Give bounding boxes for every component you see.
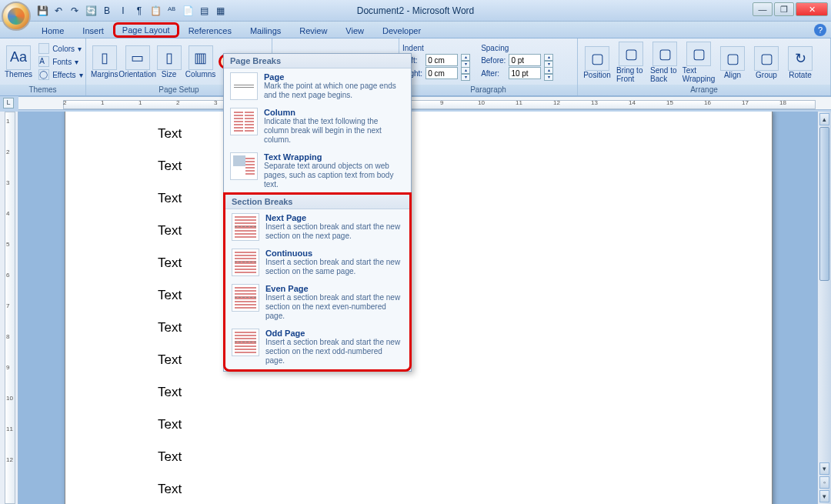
spinner[interactable]: ▴▾ [544,54,553,66]
window-title: Document2 - Microsoft Word [357,5,475,16]
qat-button-1[interactable]: ↶ [52,4,65,18]
qat-button-9[interactable]: 📄 [181,4,195,18]
qat-button-4[interactable]: B [100,4,114,18]
size-button[interactable]: ▯Size [155,44,183,80]
spacing-before-input[interactable] [509,54,541,66]
breaks-dropdown: Page Breaks PageMark the point at which … [223,53,412,372]
align-button[interactable]: ▢Align [716,45,749,81]
orientation-button[interactable]: ▭Orientation [122,44,154,80]
next-page-button[interactable]: ▾ [819,490,829,502]
qat-button-5[interactable]: I [116,4,130,18]
page-breaks-header: Page Breaks [224,54,411,68]
document-text-line[interactable]: Text [158,385,679,400]
close-button[interactable]: ✕ [796,2,828,16]
qat-button-11[interactable]: ▦ [213,4,227,18]
spinner[interactable]: ▴▾ [544,67,553,79]
columns-button[interactable]: ▥Columns [185,44,217,80]
bring-front-button[interactable]: ▢Bring to Front [615,40,647,85]
help-icon[interactable]: ? [814,24,826,36]
themes-button[interactable]: AaThemes [3,44,34,80]
tab-page-layout[interactable]: Page Layout [113,22,179,38]
window-controls: — ❐ ✕ [753,2,828,16]
section-breaks-header: Section Breaks [225,195,409,209]
rotate-button[interactable]: ↻Rotate [784,45,816,81]
qat-button-8[interactable]: ᴬᴮ [165,4,179,18]
spacing-before-label: Before: [481,56,506,65]
break-icon [230,108,258,135]
section-break-icon [232,284,259,312]
document-text-line[interactable]: Text [158,449,679,465]
ribbon: AaThemes Colors ▾ AFonts ▾ ◯Effects ▾ Th… [0,38,831,96]
group-arrange: ▢Position ▢Bring to Front ▢Send to Back … [578,38,831,95]
tab-selector[interactable]: L [3,98,14,108]
vertical-ruler[interactable]: 123456789101112 [0,112,18,504]
spinner[interactable]: ▴▾ [461,67,470,79]
tab-insert[interactable]: Insert [73,24,113,38]
horizontal-ruler[interactable]: 21123456789101112131415161718 [18,96,831,110]
prev-page-button[interactable]: ◦ [819,476,829,489]
group-button[interactable]: ▢Group [750,45,783,81]
section-break-icon [232,329,259,356]
fonts-button[interactable]: AFonts ▾ [35,55,85,68]
document-text-line[interactable]: Text [158,482,679,497]
qat-button-10[interactable]: ▤ [197,4,211,18]
vertical-scrollbar[interactable]: ▴ ▾ ◦ ▾ [817,112,831,504]
titlebar: 💾↶↷🔄BI¶📋ᴬᴮ📄▤▦ Document2 - Microsoft Word… [0,0,831,22]
break-option-column[interactable]: ColumnIndicate that the text following t… [224,104,411,149]
scroll-down-arrow[interactable]: ▾ [819,462,829,475]
spacing-after-input[interactable] [509,67,541,79]
break-option-text-wrapping[interactable]: Text WrappingSeparate text around object… [224,149,411,193]
send-back-button[interactable]: ▢Send to Back [649,40,681,85]
minimize-button[interactable]: — [753,2,773,16]
office-button[interactable] [2,2,31,31]
break-icon [230,152,258,180]
quick-access-toolbar: 💾↶↷🔄BI¶📋ᴬᴮ📄▤▦ [35,4,227,18]
qat-button-6[interactable]: ¶ [132,4,146,18]
section-break-option-odd-page[interactable]: Odd PageInsert a section break and start… [225,325,409,369]
tab-mailings[interactable]: Mailings [241,24,290,38]
group-themes: AaThemes Colors ▾ AFonts ▾ ◯Effects ▾ Th… [0,38,86,95]
section-break-option-continuous[interactable]: ContinuousInsert a section break and sta… [225,245,409,280]
tab-references[interactable]: References [179,24,241,38]
document-text-line[interactable]: Text [158,417,679,432]
section-break-icon [232,249,259,276]
scroll-thumb[interactable] [819,127,829,281]
maximize-button[interactable]: ❐ [774,2,794,16]
scroll-up-arrow[interactable]: ▴ [819,113,829,125]
tab-developer[interactable]: Developer [373,24,430,38]
effects-button[interactable]: ◯Effects ▾ [35,68,85,81]
break-icon [230,72,258,100]
indent-right-input[interactable] [426,67,458,79]
group-paragraph: Indent Left:▴▾ Right:▴▾ Spacing Before:▴… [399,38,578,95]
tab-home[interactable]: Home [32,24,73,38]
qat-button-0[interactable]: 💾 [35,4,49,18]
indent-left-input[interactable] [426,54,458,66]
spacing-after-label: After: [481,69,506,78]
tab-view[interactable]: View [336,24,373,38]
qat-button-7[interactable]: 📋 [149,4,162,18]
text-wrapping-button[interactable]: ▢Text Wrapping [682,40,715,85]
section-break-option-even-page[interactable]: Even PageInsert a section break and star… [225,280,409,325]
spinner[interactable]: ▴▾ [461,54,470,66]
qat-button-3[interactable]: 🔄 [84,4,98,18]
work-area: 123456789101112 TextTextTextTextTextText… [0,112,831,504]
tab-review[interactable]: Review [290,24,336,38]
page[interactable]: TextTextTextTextTextTextTextTextTextText… [65,112,773,504]
spacing-title: Spacing [481,44,553,52]
indent-title: Indent [402,44,470,52]
section-break-option-next-page[interactable]: Next PageInsert a section break and star… [225,209,409,245]
document-area[interactable]: TextTextTextTextTextTextTextTextTextText… [18,112,831,504]
qat-button-2[interactable]: ↷ [68,4,82,18]
break-option-page[interactable]: PageMark the point at which one page end… [224,68,411,104]
section-break-icon [232,213,259,241]
ribbon-tabs: HomeInsertPage LayoutReferencesMailingsR… [0,22,831,38]
position-button[interactable]: ▢Position [581,45,613,81]
group-label-paragraph: Paragraph [399,85,577,95]
group-label-themes: Themes [0,85,85,95]
colors-button[interactable]: Colors ▾ [35,42,85,55]
margins-button[interactable]: ▯Margins [89,44,120,80]
group-label-arrange: Arrange [578,85,830,95]
